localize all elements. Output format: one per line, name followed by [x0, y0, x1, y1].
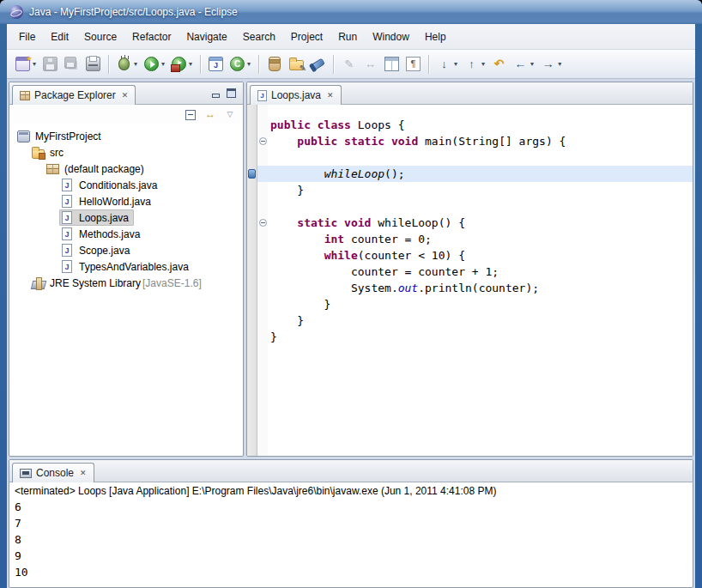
tab-package-explorer[interactable]: Package Explorer [12, 85, 136, 105]
show-table-button[interactable] [382, 54, 402, 74]
code-text: } [270, 330, 277, 343]
code-line[interactable]: int counter = 0; [247, 231, 693, 247]
java-file-icon [62, 211, 72, 224]
console-line: 8 [15, 531, 687, 548]
collapse-fold-icon[interactable] [259, 219, 267, 227]
code-line[interactable]: } [247, 329, 693, 345]
tree-item[interactable]: Loops.java [9, 209, 243, 226]
save-button[interactable] [40, 54, 60, 74]
new-jar-button[interactable] [264, 54, 285, 74]
menu-navigate[interactable]: Navigate [179, 27, 234, 46]
print-button[interactable] [83, 54, 103, 74]
collapse-fold-icon[interactable] [259, 137, 267, 145]
menu-project[interactable]: Project [283, 27, 330, 46]
view-menu-icon[interactable] [223, 108, 237, 121]
back-button[interactable]: ▾ [511, 54, 536, 74]
tab-console[interactable]: Console [12, 463, 94, 482]
menu-file[interactable]: File [11, 27, 43, 46]
dropdown-caret-icon[interactable]: ▾ [189, 61, 192, 68]
show-whitespace-button[interactable] [403, 54, 423, 74]
tree-item[interactable]: Conditionals.java [9, 177, 243, 193]
open-resource-button[interactable] [287, 55, 306, 73]
maximize-view-button[interactable] [225, 88, 239, 100]
menu-edit[interactable]: Edit [43, 27, 76, 46]
title-bar[interactable]: Java - MyFirstProject/src/Loops.java - E… [0, 0, 702, 24]
menu-search[interactable]: Search [235, 27, 283, 46]
close-icon[interactable] [327, 92, 334, 100]
menu-refactor[interactable]: Refactor [124, 27, 179, 46]
last-edit-location-button[interactable] [489, 54, 509, 74]
dropdown-caret-icon[interactable]: ▾ [558, 61, 561, 68]
main-area: Package Explorer MyFirstProjectsrc(defau… [7, 79, 695, 457]
code-line[interactable]: } [247, 296, 693, 312]
link-with-editor-icon[interactable] [203, 108, 217, 121]
code-line[interactable]: whileLoop(); [247, 166, 693, 182]
new-java-project-button[interactable] [206, 54, 226, 74]
toggle-link-button[interactable] [360, 54, 380, 74]
dropdown-caret-icon[interactable]: ▾ [530, 61, 534, 68]
code-line[interactable]: while(counter < 10) { [247, 247, 693, 264]
code-text: System.out.println(counter); [270, 282, 539, 294]
toolbar-separator [108, 55, 109, 74]
forward-button[interactable]: ▾ [538, 54, 564, 74]
dropdown-caret-icon[interactable]: ▾ [247, 61, 251, 68]
collapse-all-icon[interactable] [184, 108, 197, 121]
code-line[interactable]: public class Loops { [247, 117, 693, 133]
search-button[interactable] [308, 55, 328, 74]
code-line[interactable]: System.out.println(counter); [247, 280, 693, 296]
menu-source[interactable]: Source [76, 27, 124, 46]
eclipse-logo-icon [9, 5, 23, 19]
dropdown-caret-icon[interactable]: ▾ [33, 61, 36, 68]
code-text: while(counter < 10) { [270, 249, 465, 262]
next-annotation-button[interactable]: ▾ [434, 54, 460, 74]
tree-item-inner: src [30, 145, 69, 161]
save-all-button[interactable] [62, 54, 82, 74]
tree-item[interactable]: (default package) [9, 161, 243, 177]
menu-bar: FileEditSourceRefactorNavigateSearchProj… [7, 24, 695, 50]
close-icon[interactable] [122, 92, 129, 100]
tree-item[interactable]: JRE System Library [JavaSE-1.6] [9, 275, 243, 291]
code-line[interactable]: public static void main(String[] args) { [247, 133, 693, 149]
java-project-icon [209, 57, 223, 71]
pilcrow-icon [406, 57, 421, 71]
toolbar-group: ▾ [206, 54, 253, 74]
tree-item[interactable]: Scope.java [9, 242, 243, 258]
code-line[interactable] [247, 198, 693, 215]
console-output[interactable]: 678910 [9, 498, 693, 587]
java-file-icon [62, 227, 72, 240]
code-line[interactable] [247, 149, 693, 166]
code-line[interactable]: counter = counter + 1; [247, 264, 693, 280]
code-line[interactable]: } [247, 312, 693, 329]
close-icon[interactable] [80, 470, 87, 477]
minimize-view-button[interactable] [209, 88, 223, 100]
tree-item-inner: Conditionals.java [59, 177, 162, 193]
tree-item[interactable]: HelloWorld.java [9, 193, 243, 209]
project-icon [17, 130, 30, 142]
edit-button[interactable] [339, 54, 359, 74]
tree-item-label: Methods.java [77, 228, 142, 240]
new-wizard-button[interactable]: ▾ [13, 54, 39, 74]
tree-item[interactable]: Methods.java [9, 226, 243, 242]
dropdown-caret-icon[interactable]: ▾ [454, 61, 457, 68]
new-class-button[interactable]: ▾ [227, 54, 253, 74]
code-line[interactable]: } [247, 182, 693, 198]
code-area[interactable]: public class Loops { public static void … [247, 105, 693, 456]
dropdown-caret-icon[interactable]: ▾ [481, 61, 485, 68]
menu-window[interactable]: Window [365, 27, 417, 46]
menu-run[interactable]: Run [330, 27, 365, 46]
code-text: } [270, 298, 330, 311]
table-icon [384, 57, 399, 71]
tab-loops-java[interactable]: Loops.java [250, 85, 342, 105]
debug-button[interactable]: ▾ [114, 54, 140, 74]
tree-item[interactable]: src [9, 144, 243, 161]
previous-annotation-button[interactable]: ▾ [462, 54, 487, 74]
java-file-icon [257, 90, 267, 101]
code-line[interactable]: static void whileLoop() { [247, 215, 693, 231]
tree-item[interactable]: TypesAndVariables.java [9, 258, 243, 275]
menu-help[interactable]: Help [417, 27, 454, 46]
dropdown-caret-icon[interactable]: ▾ [134, 61, 137, 68]
run-button[interactable]: ▾ [142, 54, 167, 74]
run-external-tools-button[interactable]: ▾ [169, 54, 195, 74]
tree-item[interactable]: MyFirstProject [9, 128, 243, 144]
dropdown-caret-icon[interactable]: ▾ [161, 61, 165, 68]
